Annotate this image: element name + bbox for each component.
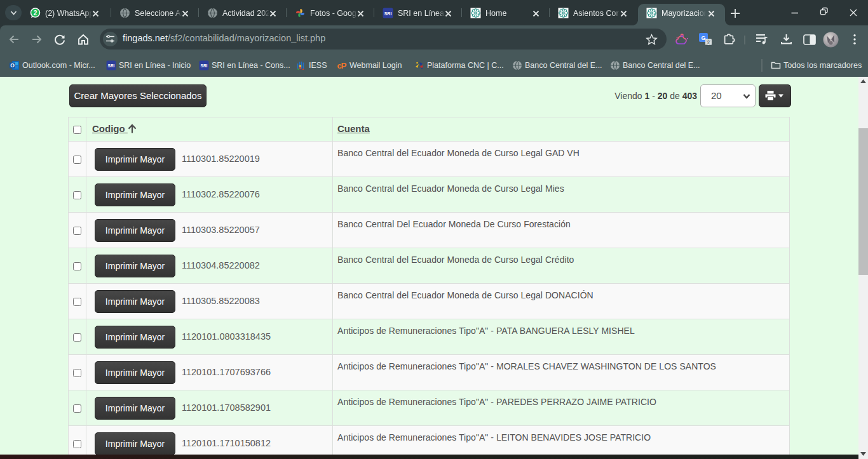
svg-text:SRI: SRI [201, 63, 208, 68]
svg-text:O: O [10, 62, 15, 69]
svg-text:G: G [701, 35, 705, 41]
svg-text:SRI: SRI [384, 11, 392, 16]
svg-text:文: 文 [706, 39, 711, 45]
svg-text:SRI: SRI [108, 63, 115, 68]
svg-text:P: P [341, 61, 346, 70]
svg-text:2: 2 [34, 10, 37, 17]
